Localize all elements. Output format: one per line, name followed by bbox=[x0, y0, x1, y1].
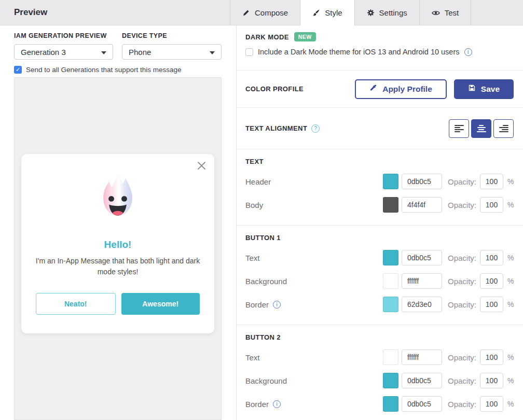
align-center-button[interactable] bbox=[471, 119, 491, 138]
color-swatch[interactable] bbox=[383, 273, 398, 289]
percent-sign: % bbox=[507, 353, 514, 361]
opacity-label: Opacity: bbox=[448, 300, 476, 309]
apply-profile-label: Apply Profile bbox=[382, 85, 432, 94]
row-label: Body bbox=[245, 201, 383, 209]
hex-input[interactable] bbox=[402, 349, 442, 365]
close-icon[interactable] bbox=[196, 160, 207, 173]
top-bar: Preview Compose Style Settings Test bbox=[0, 0, 523, 25]
dark-mode-checkbox-label: Include a Dark Mode theme for iOS 13 and… bbox=[258, 48, 460, 56]
percent-sign: % bbox=[507, 400, 514, 408]
color-swatch[interactable] bbox=[383, 373, 398, 388]
tab-label: Style bbox=[325, 8, 342, 17]
help-icon[interactable]: ? bbox=[311, 124, 320, 133]
style-panel: DARK MODE NEW Include a Dark Mode theme … bbox=[237, 25, 523, 420]
opacity-input[interactable] bbox=[480, 197, 503, 213]
color-swatch[interactable] bbox=[383, 250, 398, 265]
color-swatch[interactable] bbox=[383, 349, 398, 365]
hex-input[interactable] bbox=[402, 273, 442, 289]
color-swatch[interactable] bbox=[383, 174, 398, 189]
opacity-input[interactable] bbox=[480, 273, 503, 289]
send-all-label: Send to all Generations that support thi… bbox=[26, 66, 181, 74]
generation-select-value: Generation 3 bbox=[21, 48, 66, 57]
opacity-label: Opacity: bbox=[448, 353, 476, 362]
hex-input[interactable] bbox=[402, 297, 442, 312]
opacity-input[interactable] bbox=[480, 349, 503, 365]
info-icon[interactable]: i bbox=[464, 48, 472, 56]
dark-mode-block: DARK MODE NEW Include a Dark Mode theme … bbox=[237, 25, 523, 70]
info-icon[interactable]: i bbox=[273, 400, 281, 408]
message-body-text: I'm an In-App Message that has both ligh… bbox=[32, 256, 203, 277]
section-button-1: BUTTON 1 Text Opacity: % Background Opac… bbox=[237, 226, 523, 325]
percent-sign: % bbox=[507, 300, 514, 309]
send-all-generations-row: ✓ Send to all Generations that support t… bbox=[14, 66, 181, 74]
color-swatch[interactable] bbox=[383, 396, 398, 412]
apply-profile-button[interactable]: Apply Profile bbox=[355, 79, 447, 99]
message-header-text: Hello! bbox=[21, 239, 214, 250]
tab-label: Settings bbox=[379, 8, 407, 17]
color-row-text: Text Opacity: % bbox=[245, 250, 514, 265]
pencil-icon bbox=[242, 9, 250, 17]
opacity-label: Opacity: bbox=[448, 254, 476, 262]
hex-input[interactable] bbox=[402, 250, 442, 265]
info-icon[interactable]: i bbox=[273, 301, 281, 309]
preview-panel: IAM GENERATION PREVIEW DEVICE TYPE Gener… bbox=[0, 25, 237, 420]
opacity-input[interactable] bbox=[480, 174, 503, 189]
percent-sign: % bbox=[507, 376, 514, 385]
tab-test[interactable]: Test bbox=[419, 0, 472, 25]
opacity-input[interactable] bbox=[480, 250, 503, 265]
color-row-background: Background Opacity: % bbox=[245, 373, 514, 388]
dark-mode-checkbox[interactable] bbox=[245, 48, 253, 56]
color-swatch[interactable] bbox=[383, 297, 398, 312]
chevron-down-icon bbox=[101, 51, 106, 54]
tab-bar: Compose Style Settings Test bbox=[230, 0, 471, 25]
tab-settings[interactable]: Settings bbox=[354, 0, 419, 25]
percent-sign: % bbox=[507, 277, 514, 285]
row-label: Header bbox=[245, 177, 383, 186]
color-row-border: Borderi Opacity: % bbox=[245, 297, 514, 312]
percent-sign: % bbox=[507, 254, 514, 262]
flame-mascot-image bbox=[95, 163, 141, 230]
device-type-select-value: Phone bbox=[129, 48, 151, 57]
percent-sign: % bbox=[507, 201, 514, 209]
generation-preview-label: IAM GENERATION PREVIEW bbox=[14, 32, 107, 39]
align-right-icon bbox=[499, 125, 508, 132]
dark-mode-heading: DARK MODE bbox=[245, 33, 289, 41]
message-button-2[interactable]: Awesome! bbox=[121, 293, 200, 315]
hex-input[interactable] bbox=[402, 373, 442, 388]
color-row-text: Text Opacity: % bbox=[245, 349, 514, 365]
align-right-button[interactable] bbox=[493, 119, 514, 138]
color-profile-heading: COLOR PROFILE bbox=[245, 85, 304, 93]
page-title: Preview bbox=[14, 0, 47, 25]
row-label: Background bbox=[245, 277, 383, 286]
color-swatch[interactable] bbox=[383, 197, 398, 213]
hex-input[interactable] bbox=[402, 174, 442, 189]
section-heading: BUTTON 2 bbox=[245, 333, 514, 341]
eye-icon bbox=[432, 10, 440, 16]
hex-input[interactable] bbox=[402, 396, 442, 412]
text-alignment-row: TEXT ALIGNMENT ? bbox=[245, 108, 514, 149]
opacity-label: Opacity: bbox=[448, 201, 476, 209]
align-left-button[interactable] bbox=[449, 119, 469, 138]
device-type-select[interactable]: Phone bbox=[122, 44, 222, 60]
save-button[interactable]: Save bbox=[454, 79, 514, 99]
tab-style[interactable]: Style bbox=[300, 0, 354, 25]
message-buttons-row: Neato! Awesome! bbox=[21, 293, 214, 315]
row-label: Background bbox=[245, 376, 383, 385]
gear-icon bbox=[367, 9, 375, 17]
opacity-label: Opacity: bbox=[448, 177, 476, 186]
align-left-icon bbox=[455, 125, 464, 132]
row-label: Text bbox=[245, 254, 383, 262]
opacity-input[interactable] bbox=[480, 396, 503, 412]
eyedropper-icon bbox=[369, 84, 377, 94]
hex-input[interactable] bbox=[402, 197, 442, 213]
opacity-label: Opacity: bbox=[448, 400, 476, 409]
opacity-input[interactable] bbox=[480, 297, 503, 312]
message-button-1[interactable]: Neato! bbox=[36, 293, 116, 315]
color-profile-row: COLOR PROFILE Apply Profile Save bbox=[245, 71, 514, 107]
tab-compose[interactable]: Compose bbox=[230, 0, 300, 25]
opacity-input[interactable] bbox=[480, 373, 503, 388]
generation-select[interactable]: Generation 3 bbox=[14, 44, 113, 60]
send-all-checkbox[interactable]: ✓ bbox=[14, 66, 22, 74]
align-center-icon bbox=[477, 125, 486, 132]
color-row-background: Background Opacity: % bbox=[245, 273, 514, 289]
